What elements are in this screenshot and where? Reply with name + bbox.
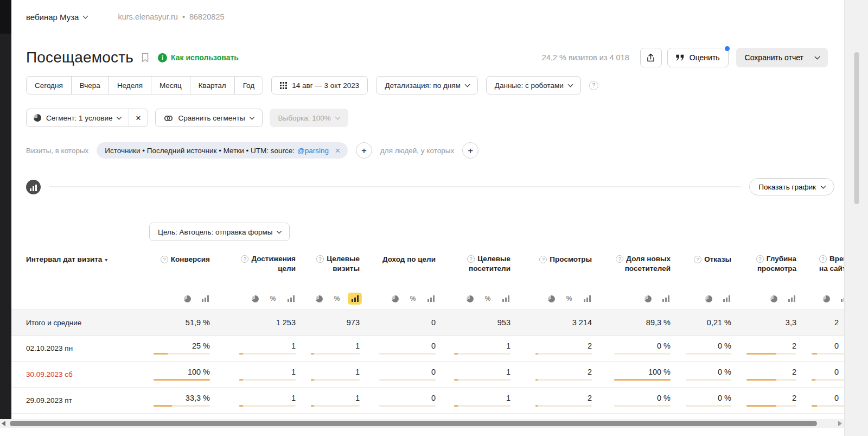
add-people-filter-button[interactable]: + xyxy=(462,142,478,159)
date-range-button[interactable]: 14 авг — 3 окт 2023 xyxy=(271,76,368,94)
pct-view-toggle[interactable]: % xyxy=(266,293,280,305)
metric-cell: 0 xyxy=(367,388,443,413)
pct-view-toggle[interactable]: % xyxy=(481,293,495,305)
collapsed-nav-sidebar[interactable] xyxy=(0,0,11,419)
pct-view-toggle[interactable]: % xyxy=(406,293,420,305)
add-visit-filter-button[interactable]: + xyxy=(356,142,372,159)
column-help-icon[interactable]: ? xyxy=(161,256,168,263)
horizontal-scrollbar[interactable] xyxy=(0,419,844,428)
sampling-dropdown[interactable]: Выборка: 100% xyxy=(270,109,348,127)
preset-month[interactable]: Месяц xyxy=(151,76,190,94)
column-header[interactable]: ?Целевые посетители xyxy=(443,248,518,274)
compare-segments-button[interactable]: Сравнить сегменты xyxy=(155,109,262,127)
pct-view-toggle[interactable]: % xyxy=(330,293,344,305)
preset-yesterday[interactable]: Вчера xyxy=(71,76,109,94)
save-report-button[interactable]: Сохранить отчет xyxy=(736,48,828,67)
column-help-icon[interactable]: ? xyxy=(241,255,248,263)
vertical-scrollbar-thumb[interactable] xyxy=(854,52,859,204)
column-header[interactable]: ?Отказы xyxy=(678,248,739,264)
column-help-icon[interactable]: ? xyxy=(539,256,547,263)
metric-mini-bar xyxy=(239,405,296,407)
column-header[interactable]: ?Целевые визиты xyxy=(303,248,367,274)
interval-column-header[interactable]: Интервал дат визита▾ xyxy=(11,248,141,264)
pie-view-toggle[interactable] xyxy=(544,293,558,305)
metric-mini-bar xyxy=(812,379,844,381)
preset-today[interactable]: Сегодня xyxy=(26,76,72,94)
column-label: ?Время на сайте xyxy=(819,254,844,274)
chevron-down-icon xyxy=(567,81,573,87)
goal-dropdown[interactable]: Цель: Автоцель: отправка формы xyxy=(149,223,290,241)
pct-view-toggle[interactable]: % xyxy=(562,293,576,305)
pie-view-toggle[interactable] xyxy=(819,293,833,305)
bar-view-toggle[interactable] xyxy=(348,293,362,305)
row-date-label[interactable]: 29.09.2023 пт xyxy=(11,388,141,413)
row-date-label[interactable]: 30.09.2023 сб xyxy=(11,362,141,387)
column-header[interactable]: ?Конверсия xyxy=(141,248,218,264)
column-header[interactable]: ?Глубина просмотра xyxy=(739,248,804,274)
segment-dropdown[interactable]: Сегмент: 1 условие xyxy=(27,109,128,127)
row-date-label[interactable]: Итого и средние xyxy=(11,310,141,335)
metric-mini-bar xyxy=(686,353,731,355)
export-button[interactable] xyxy=(640,48,662,67)
bar-view-toggle[interactable] xyxy=(659,293,673,305)
bar-view-toggle[interactable] xyxy=(719,293,733,305)
pie-view-toggle[interactable] xyxy=(248,293,262,305)
pie-view-toggle[interactable] xyxy=(463,293,477,305)
preset-week[interactable]: Неделя xyxy=(108,76,151,94)
how-to-use-link[interactable]: i Как использовать xyxy=(158,53,239,62)
pie-view-toggle[interactable] xyxy=(641,293,655,305)
metric-cell: 973 xyxy=(303,310,367,335)
column-help-icon[interactable]: ? xyxy=(819,255,827,263)
info-icon: i xyxy=(158,53,167,62)
pie-view-toggle[interactable] xyxy=(767,293,781,305)
pie-view-toggle[interactable] xyxy=(180,293,194,305)
remove-filter-icon[interactable]: ✕ xyxy=(335,147,341,155)
column-header[interactable]: ?Время на сайте xyxy=(804,248,844,274)
show-chart-button[interactable]: Показать график xyxy=(749,178,834,195)
column-help-icon[interactable]: ? xyxy=(467,255,475,263)
bar-view-toggle[interactable] xyxy=(499,293,513,305)
horizontal-scrollbar-thumb[interactable] xyxy=(10,421,817,426)
bar-view-toggle[interactable] xyxy=(837,293,844,305)
chart-collapse-handle[interactable] xyxy=(26,180,41,194)
scroll-left-arrow-icon[interactable] xyxy=(2,421,5,426)
pie-chart-icon xyxy=(548,295,555,302)
bar-view-toggle[interactable] xyxy=(284,293,298,305)
column-help-icon[interactable]: ? xyxy=(616,255,623,263)
preset-year[interactable]: Год xyxy=(234,76,264,94)
column-label: ?Целевые посетители xyxy=(451,254,510,274)
column-header[interactable]: ?Доля новых посетителей xyxy=(599,248,678,274)
column-help-icon[interactable]: ? xyxy=(316,255,324,263)
metric-mini-bar xyxy=(686,405,731,407)
help-icon[interactable]: ? xyxy=(589,81,598,90)
metric-mini-bar xyxy=(746,405,796,407)
counter-name: вебинар Муза xyxy=(26,12,79,22)
filter-chip-value[interactable]: @parsing xyxy=(297,147,329,155)
bar-view-toggle[interactable] xyxy=(784,293,799,305)
bar-view-toggle[interactable] xyxy=(424,293,438,305)
row-date-label[interactable]: 02.10.2023 пн xyxy=(11,336,141,361)
column-help-icon[interactable]: ? xyxy=(756,255,764,263)
column-view-switcher xyxy=(678,293,739,305)
preset-quarter[interactable]: Квартал xyxy=(190,76,235,94)
clear-segment-button[interactable]: ✕ xyxy=(128,109,148,127)
filter-chip[interactable]: Источники • Последний источник • Метки •… xyxy=(97,142,348,159)
pie-view-toggle[interactable] xyxy=(388,293,402,305)
counter-selector[interactable]: вебинар Муза xyxy=(26,12,87,22)
column-help-icon[interactable]: ? xyxy=(694,256,701,263)
table-row: 30.09.2023 сб100 %11012100 %0 %20 xyxy=(11,362,844,388)
bookmark-icon[interactable] xyxy=(141,53,149,62)
vertical-scrollbar[interactable] xyxy=(844,0,868,436)
bar-view-toggle[interactable] xyxy=(580,293,594,305)
detail-dropdown[interactable]: Детализация: по дням xyxy=(376,76,477,94)
data-mode-dropdown[interactable]: Данные: с роботами xyxy=(486,76,581,94)
rate-button[interactable]: Оценить xyxy=(667,48,729,67)
column-header[interactable]: ?Просмотры xyxy=(518,248,599,264)
pie-view-toggle[interactable] xyxy=(701,293,716,305)
bar-view-toggle[interactable] xyxy=(198,293,212,305)
column-header[interactable]: ?Достижения цели xyxy=(218,248,303,274)
column-header[interactable]: Доход по цели xyxy=(367,248,443,264)
pie-view-toggle[interactable] xyxy=(312,293,326,305)
scroll-right-arrow-icon[interactable] xyxy=(838,421,842,426)
metric-value: 0 xyxy=(431,368,436,376)
